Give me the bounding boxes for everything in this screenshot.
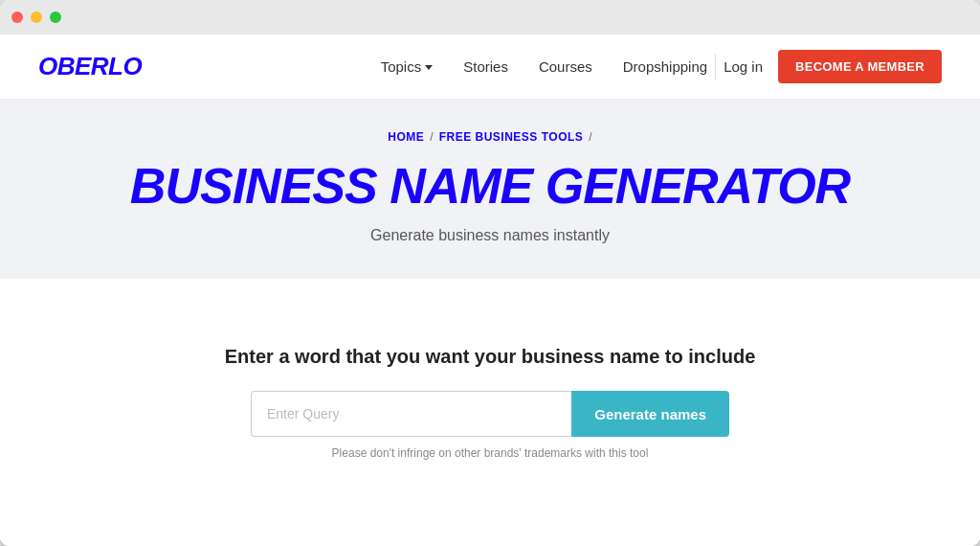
nav-dropshipping-link[interactable]: Dropshipping <box>623 58 707 75</box>
hero-section: HOME / FREE BUSINESS TOOLS / BUSINESS NA… <box>0 100 980 279</box>
minimize-button-icon[interactable] <box>31 11 42 23</box>
breadcrumb-home-link[interactable]: HOME <box>388 130 424 144</box>
nav-stories-link[interactable]: Stories <box>463 58 508 75</box>
topics-label: Topics <box>381 58 422 75</box>
page-subtitle: Generate business names instantly <box>0 227 980 244</box>
become-member-button[interactable]: BECOME A MEMBER <box>778 50 942 83</box>
fullscreen-button-icon[interactable] <box>50 11 61 23</box>
browser-chrome <box>0 0 980 34</box>
breadcrumb-separator-2: / <box>589 130 591 144</box>
close-button-icon[interactable] <box>11 11 23 23</box>
login-link[interactable]: Log in <box>724 58 763 75</box>
oberlo-logo[interactable]: OBERLO <box>38 52 142 81</box>
disclaimer-text: Please don't infringe on other brands' t… <box>332 446 649 460</box>
breadcrumb-tools-link[interactable]: FREE BUSINESS TOOLS <box>439 130 584 144</box>
main-content: Enter a word that you want your business… <box>0 279 980 546</box>
nav-links: Topics Stories Courses Dropshipping <box>381 58 707 76</box>
generate-names-button[interactable]: Generate names <box>571 391 729 437</box>
tool-section-title: Enter a word that you want your business… <box>225 346 756 368</box>
page-content: OBERLO Topics Stories Courses Dropshippi… <box>0 34 980 546</box>
nav-topics-link[interactable]: Topics <box>381 58 434 75</box>
breadcrumb-separator-1: / <box>430 130 433 144</box>
browser-window: OBERLO Topics Stories Courses Dropshippi… <box>0 0 980 546</box>
chevron-down-icon <box>425 65 433 70</box>
search-input[interactable] <box>251 391 571 437</box>
page-title: BUSINESS NAME GENERATOR <box>0 159 980 214</box>
navbar: OBERLO Topics Stories Courses Dropshippi… <box>0 34 980 100</box>
input-row: Generate names <box>251 391 729 437</box>
nav-divider <box>715 54 716 80</box>
breadcrumb: HOME / FREE BUSINESS TOOLS / <box>0 130 980 144</box>
nav-courses-link[interactable]: Courses <box>539 58 592 75</box>
